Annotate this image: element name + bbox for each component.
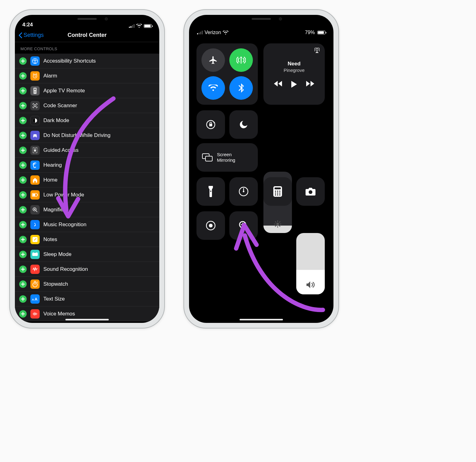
play-button[interactable] — [291, 81, 297, 88]
add-button[interactable] — [19, 251, 27, 258]
cellular-data-button[interactable] — [229, 48, 253, 72]
bluetooth-button[interactable] — [229, 76, 253, 100]
svg-rect-9 — [34, 105, 36, 107]
airplane-mode-button[interactable] — [201, 48, 225, 72]
svg-rect-14 — [34, 150, 36, 152]
wifi-button[interactable] — [201, 76, 225, 100]
control-row[interactable]: Code Scanner — [15, 98, 159, 113]
screen-mirroring-label: Screen Mirroring — [217, 152, 235, 163]
control-row[interactable]: Stopwatch — [15, 277, 159, 292]
svg-point-5 — [34, 91, 35, 92]
magnifier-button[interactable] — [229, 211, 258, 240]
car-dnd-icon — [30, 131, 40, 140]
control-row[interactable]: Do Not Disturb While Driving — [15, 128, 159, 143]
svg-point-41 — [275, 192, 276, 194]
add-button[interactable] — [19, 236, 27, 243]
control-row[interactable]: Notes — [15, 232, 159, 247]
control-label: Sound Recognition — [43, 266, 88, 272]
media-tile[interactable]: Need Pinegrove — [263, 43, 325, 105]
calculator-button[interactable] — [263, 177, 292, 206]
control-row[interactable]: Dark Mode — [15, 113, 159, 128]
svg-rect-23 — [36, 252, 37, 253]
control-row[interactable]: Music Recognition — [15, 217, 159, 232]
add-button[interactable] — [19, 72, 27, 80]
control-row[interactable]: Sleep Mode — [15, 247, 159, 262]
connectivity-tile[interactable] — [196, 43, 258, 105]
rewind-button[interactable] — [274, 81, 282, 88]
add-button[interactable] — [19, 161, 27, 169]
add-button[interactable] — [19, 57, 27, 65]
svg-point-47 — [309, 190, 312, 194]
hearing-icon — [30, 161, 40, 170]
control-row[interactable]: Hearing — [15, 158, 159, 173]
screen-mirroring-button[interactable]: Screen Mirroring — [196, 143, 258, 172]
control-row[interactable]: Apple TV Remote — [15, 83, 159, 98]
stopwatch-icon — [30, 279, 40, 289]
add-button[interactable] — [19, 102, 27, 109]
add-button[interactable] — [19, 147, 27, 154]
fast-forward-icon — [306, 81, 314, 86]
battery-icon — [144, 24, 152, 28]
svg-point-39 — [277, 191, 278, 192]
add-button[interactable] — [19, 117, 27, 124]
control-label: Guided Access — [43, 147, 78, 153]
screen-settings: 4:24 Settings Control Center MORE CONTRO… — [15, 15, 159, 323]
battery-percent: 79% — [305, 30, 315, 35]
controls-list[interactable]: Accessibility ShortcutsAlarmApple TV Rem… — [15, 54, 159, 321]
nav-bar: Settings Control Center — [15, 29, 159, 42]
svg-point-6 — [35, 91, 36, 92]
add-button[interactable] — [19, 280, 27, 288]
back-button[interactable]: Settings — [15, 32, 44, 38]
control-label: Text Size — [43, 296, 65, 302]
control-row[interactable]: Home — [15, 173, 159, 187]
svg-point-8 — [35, 92, 36, 93]
control-row[interactable]: Alarm — [15, 68, 159, 83]
media-artist: Pinegrove — [284, 68, 305, 73]
control-row[interactable]: AAText Size — [15, 292, 159, 306]
control-row[interactable]: Low Power Mode — [15, 187, 159, 202]
phone-frame-right: Verizon 79% — [183, 9, 339, 328]
add-button[interactable] — [19, 310, 27, 318]
flashlight-icon — [208, 186, 214, 197]
add-button[interactable] — [19, 176, 27, 184]
add-button[interactable] — [19, 266, 27, 273]
control-center-grid: Need Pinegrove — [196, 43, 326, 310]
camera-button[interactable] — [296, 177, 325, 206]
svg-point-43 — [279, 192, 280, 194]
add-button[interactable] — [19, 206, 27, 213]
control-row[interactable]: Guided Access — [15, 143, 159, 158]
screen-record-button[interactable] — [196, 211, 225, 240]
cc-status-bar: Verizon 79% — [189, 30, 333, 35]
volume-slider[interactable] — [296, 233, 325, 294]
control-row[interactable]: Sound Recognition — [15, 262, 159, 277]
appletv-remote-icon — [30, 86, 40, 95]
home-indicator[interactable] — [240, 319, 283, 320]
airplay-icon[interactable] — [314, 47, 320, 53]
rewind-icon — [274, 81, 282, 86]
wifi-icon — [223, 31, 228, 35]
forward-button[interactable] — [306, 81, 314, 88]
voice-memos-icon — [30, 309, 40, 319]
flashlight-button[interactable] — [196, 177, 225, 206]
control-label: Alarm — [43, 73, 57, 79]
home-indicator[interactable] — [65, 319, 109, 320]
control-label: Sleep Mode — [43, 251, 72, 257]
svg-point-19 — [33, 222, 38, 227]
control-row[interactable]: Accessibility Shortcuts — [15, 54, 159, 68]
moon-icon — [239, 120, 249, 130]
add-button[interactable] — [19, 295, 27, 303]
status-indicators — [129, 24, 152, 28]
add-button[interactable] — [19, 132, 27, 139]
orientation-lock-button[interactable] — [196, 110, 225, 139]
svg-rect-17 — [37, 194, 38, 196]
svg-rect-37 — [275, 187, 281, 189]
add-button[interactable] — [19, 87, 27, 95]
phone-frame-left: 4:24 Settings Control Center MORE CONTRO… — [9, 9, 165, 328]
sleep-mode-icon — [30, 250, 40, 259]
timer-button[interactable] — [229, 177, 258, 206]
add-button[interactable] — [19, 191, 27, 199]
add-button[interactable] — [19, 221, 27, 228]
do-not-disturb-button[interactable] — [229, 110, 258, 139]
screen-mirroring-icon — [202, 153, 213, 161]
control-row[interactable]: Magnifier — [15, 202, 159, 217]
